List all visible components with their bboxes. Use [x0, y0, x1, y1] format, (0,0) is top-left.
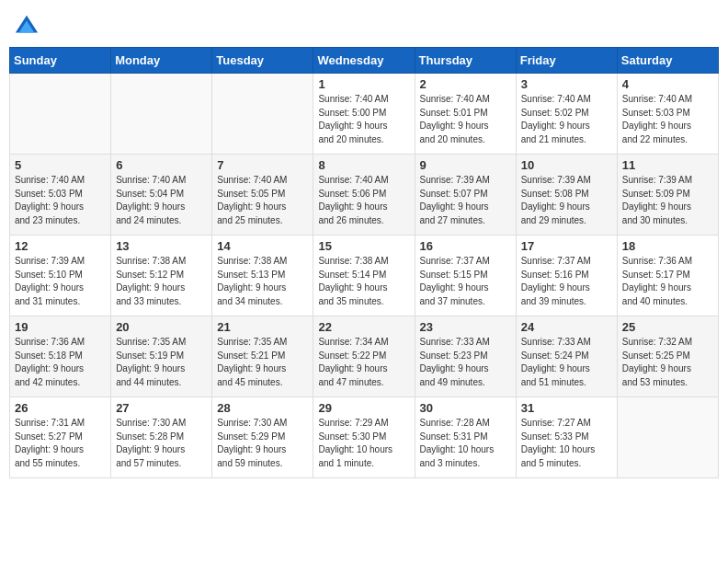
day-info: Sunrise: 7:39 AM Sunset: 5:07 PM Dayligh… [420, 174, 511, 227]
day-info: Sunrise: 7:39 AM Sunset: 5:08 PM Dayligh… [521, 174, 612, 227]
weekday-header-tuesday: Tuesday [212, 48, 313, 74]
day-number: 19 [15, 320, 106, 334]
day-number: 27 [116, 401, 207, 415]
calendar-cell: 7Sunrise: 7:40 AM Sunset: 5:05 PM Daylig… [212, 155, 313, 236]
day-number: 23 [420, 320, 511, 334]
day-info: Sunrise: 7:32 AM Sunset: 5:25 PM Dayligh… [622, 336, 713, 389]
weekday-header-wednesday: Wednesday [313, 48, 415, 74]
day-info: Sunrise: 7:30 AM Sunset: 5:28 PM Dayligh… [116, 417, 207, 470]
day-info: Sunrise: 7:35 AM Sunset: 5:19 PM Dayligh… [116, 336, 207, 389]
day-number: 14 [217, 239, 308, 253]
calendar-cell: 31Sunrise: 7:27 AM Sunset: 5:33 PM Dayli… [516, 397, 617, 478]
day-info: Sunrise: 7:40 AM Sunset: 5:03 PM Dayligh… [15, 174, 106, 227]
calendar-cell: 19Sunrise: 7:36 AM Sunset: 5:18 PM Dayli… [10, 316, 111, 397]
calendar-cell: 3Sunrise: 7:40 AM Sunset: 5:02 PM Daylig… [516, 74, 617, 155]
day-number: 31 [521, 401, 612, 415]
day-info: Sunrise: 7:38 AM Sunset: 5:14 PM Dayligh… [318, 255, 409, 308]
day-number: 24 [521, 320, 612, 334]
day-number: 16 [420, 239, 511, 253]
calendar-cell: 22Sunrise: 7:34 AM Sunset: 5:22 PM Dayli… [313, 316, 415, 397]
day-number: 2 [420, 77, 511, 91]
calendar-cell: 1Sunrise: 7:40 AM Sunset: 5:00 PM Daylig… [313, 74, 415, 155]
day-info: Sunrise: 7:39 AM Sunset: 5:09 PM Dayligh… [622, 174, 713, 227]
calendar-cell: 23Sunrise: 7:33 AM Sunset: 5:23 PM Dayli… [415, 316, 516, 397]
calendar-cell: 8Sunrise: 7:40 AM Sunset: 5:06 PM Daylig… [313, 155, 415, 236]
day-number: 10 [521, 158, 612, 172]
calendar-cell: 10Sunrise: 7:39 AM Sunset: 5:08 PM Dayli… [516, 155, 617, 236]
day-number: 6 [116, 158, 207, 172]
calendar-cell: 27Sunrise: 7:30 AM Sunset: 5:28 PM Dayli… [111, 397, 212, 478]
day-info: Sunrise: 7:37 AM Sunset: 5:16 PM Dayligh… [521, 255, 612, 308]
day-info: Sunrise: 7:35 AM Sunset: 5:21 PM Dayligh… [217, 336, 308, 389]
day-number: 3 [521, 77, 612, 91]
day-number: 11 [622, 158, 713, 172]
day-number: 13 [116, 239, 207, 253]
day-info: Sunrise: 7:40 AM Sunset: 5:06 PM Dayligh… [318, 174, 409, 227]
day-info: Sunrise: 7:40 AM Sunset: 5:04 PM Dayligh… [116, 174, 207, 227]
day-info: Sunrise: 7:38 AM Sunset: 5:12 PM Dayligh… [116, 255, 207, 308]
day-info: Sunrise: 7:40 AM Sunset: 5:01 PM Dayligh… [420, 93, 511, 146]
calendar-body: 1Sunrise: 7:40 AM Sunset: 5:00 PM Daylig… [10, 74, 719, 478]
calendar-cell: 29Sunrise: 7:29 AM Sunset: 5:30 PM Dayli… [313, 397, 415, 478]
weekday-header-sunday: Sunday [10, 48, 111, 74]
day-info: Sunrise: 7:30 AM Sunset: 5:29 PM Dayligh… [217, 417, 308, 470]
day-number: 15 [318, 239, 409, 253]
weekday-header-saturday: Saturday [617, 48, 718, 74]
day-number: 17 [521, 239, 612, 253]
calendar-cell: 21Sunrise: 7:35 AM Sunset: 5:21 PM Dayli… [212, 316, 313, 397]
calendar-cell: 13Sunrise: 7:38 AM Sunset: 5:12 PM Dayli… [111, 236, 212, 316]
calendar-cell: 17Sunrise: 7:37 AM Sunset: 5:16 PM Dayli… [516, 236, 617, 316]
weekday-header-thursday: Thursday [415, 48, 516, 74]
day-number: 26 [15, 401, 106, 415]
calendar-cell: 14Sunrise: 7:38 AM Sunset: 5:13 PM Dayli… [212, 236, 313, 316]
day-number: 7 [217, 158, 308, 172]
day-number: 9 [420, 158, 511, 172]
weekday-header-row: SundayMondayTuesdayWednesdayThursdayFrid… [10, 48, 719, 74]
day-info: Sunrise: 7:40 AM Sunset: 5:00 PM Dayligh… [318, 93, 409, 146]
day-info: Sunrise: 7:38 AM Sunset: 5:13 PM Dayligh… [217, 255, 308, 308]
day-number: 20 [116, 320, 207, 334]
day-info: Sunrise: 7:36 AM Sunset: 5:17 PM Dayligh… [622, 255, 713, 308]
calendar-cell: 24Sunrise: 7:33 AM Sunset: 5:24 PM Dayli… [516, 316, 617, 397]
day-info: Sunrise: 7:27 AM Sunset: 5:33 PM Dayligh… [521, 417, 612, 470]
day-info: Sunrise: 7:40 AM Sunset: 5:02 PM Dayligh… [521, 93, 612, 146]
calendar-cell: 28Sunrise: 7:30 AM Sunset: 5:29 PM Dayli… [212, 397, 313, 478]
day-info: Sunrise: 7:29 AM Sunset: 5:30 PM Dayligh… [318, 417, 409, 470]
day-number: 1 [318, 77, 409, 91]
day-info: Sunrise: 7:37 AM Sunset: 5:15 PM Dayligh… [420, 255, 511, 308]
calendar-cell: 18Sunrise: 7:36 AM Sunset: 5:17 PM Dayli… [617, 236, 718, 316]
logo-icon [14, 14, 40, 40]
day-info: Sunrise: 7:31 AM Sunset: 5:27 PM Dayligh… [15, 417, 106, 470]
calendar-cell: 16Sunrise: 7:37 AM Sunset: 5:15 PM Dayli… [415, 236, 516, 316]
day-info: Sunrise: 7:36 AM Sunset: 5:18 PM Dayligh… [15, 336, 106, 389]
day-number: 30 [420, 401, 511, 415]
calendar-cell: 6Sunrise: 7:40 AM Sunset: 5:04 PM Daylig… [111, 155, 212, 236]
calendar-cell: 15Sunrise: 7:38 AM Sunset: 5:14 PM Dayli… [313, 236, 415, 316]
week-row-4: 26Sunrise: 7:31 AM Sunset: 5:27 PM Dayli… [10, 397, 719, 478]
calendar-cell: 5Sunrise: 7:40 AM Sunset: 5:03 PM Daylig… [10, 155, 111, 236]
day-info: Sunrise: 7:28 AM Sunset: 5:31 PM Dayligh… [420, 417, 511, 470]
day-number: 29 [318, 401, 409, 415]
calendar-cell: 12Sunrise: 7:39 AM Sunset: 5:10 PM Dayli… [10, 236, 111, 316]
day-number: 12 [15, 239, 106, 253]
calendar-cell: 4Sunrise: 7:40 AM Sunset: 5:03 PM Daylig… [617, 74, 718, 155]
calendar-table: SundayMondayTuesdayWednesdayThursdayFrid… [9, 47, 719, 478]
day-number: 18 [622, 239, 713, 253]
calendar-cell: 9Sunrise: 7:39 AM Sunset: 5:07 PM Daylig… [415, 155, 516, 236]
day-number: 22 [318, 320, 409, 334]
week-row-0: 1Sunrise: 7:40 AM Sunset: 5:00 PM Daylig… [10, 74, 719, 155]
calendar-cell: 26Sunrise: 7:31 AM Sunset: 5:27 PM Dayli… [10, 397, 111, 478]
calendar-cell [617, 397, 718, 478]
week-row-1: 5Sunrise: 7:40 AM Sunset: 5:03 PM Daylig… [10, 155, 719, 236]
calendar-cell: 11Sunrise: 7:39 AM Sunset: 5:09 PM Dayli… [617, 155, 718, 236]
day-number: 21 [217, 320, 308, 334]
calendar-cell [111, 74, 212, 155]
week-row-2: 12Sunrise: 7:39 AM Sunset: 5:10 PM Dayli… [10, 236, 719, 316]
page-header [9, 9, 719, 40]
day-number: 28 [217, 401, 308, 415]
day-info: Sunrise: 7:40 AM Sunset: 5:03 PM Dayligh… [622, 93, 713, 146]
day-info: Sunrise: 7:39 AM Sunset: 5:10 PM Dayligh… [15, 255, 106, 308]
day-number: 8 [318, 158, 409, 172]
week-row-3: 19Sunrise: 7:36 AM Sunset: 5:18 PM Dayli… [10, 316, 719, 397]
calendar-cell: 2Sunrise: 7:40 AM Sunset: 5:01 PM Daylig… [415, 74, 516, 155]
